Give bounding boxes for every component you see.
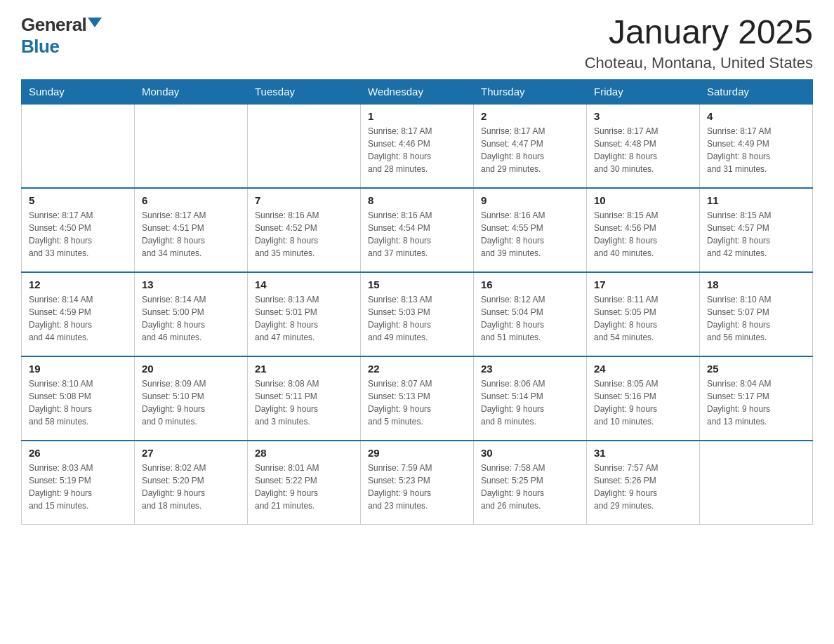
day-number: 19: [29, 363, 127, 375]
day-info: Sunrise: 8:17 AM Sunset: 4:46 PM Dayligh…: [368, 125, 466, 175]
day-number: 11: [707, 194, 805, 206]
weekday-header-friday: Friday: [587, 79, 700, 104]
calendar-week-row: 1Sunrise: 8:17 AM Sunset: 4:46 PM Daylig…: [22, 104, 813, 188]
day-number: 28: [255, 447, 353, 459]
day-number: 5: [29, 194, 127, 206]
day-number: 26: [29, 447, 127, 459]
day-info: Sunrise: 8:07 AM Sunset: 5:13 PM Dayligh…: [368, 377, 466, 428]
calendar-cell: [248, 104, 361, 188]
calendar-cell: 3Sunrise: 8:17 AM Sunset: 4:48 PM Daylig…: [587, 104, 700, 188]
calendar-table: SundayMondayTuesdayWednesdayThursdayFrid…: [21, 79, 813, 525]
day-number: 1: [368, 110, 466, 122]
day-number: 23: [481, 363, 579, 375]
title-section: January 2025 Choteau, Montana, United St…: [585, 14, 813, 72]
calendar-week-row: 26Sunrise: 8:03 AM Sunset: 5:19 PM Dayli…: [22, 441, 813, 525]
calendar-week-row: 5Sunrise: 8:17 AM Sunset: 4:50 PM Daylig…: [22, 188, 813, 272]
calendar-cell: 16Sunrise: 8:12 AM Sunset: 5:04 PM Dayli…: [474, 272, 587, 356]
day-info: Sunrise: 8:01 AM Sunset: 5:22 PM Dayligh…: [255, 462, 353, 512]
calendar-cell: 14Sunrise: 8:13 AM Sunset: 5:01 PM Dayli…: [248, 272, 361, 356]
day-info: Sunrise: 8:10 AM Sunset: 5:07 PM Dayligh…: [707, 293, 805, 344]
day-info: Sunrise: 8:14 AM Sunset: 4:59 PM Dayligh…: [29, 293, 127, 344]
calendar-cell: 6Sunrise: 8:17 AM Sunset: 4:51 PM Daylig…: [135, 188, 248, 272]
logo-general-text: General: [21, 14, 86, 36]
logo-blue-text: Blue: [21, 36, 59, 58]
day-number: 3: [594, 110, 692, 122]
day-info: Sunrise: 8:15 AM Sunset: 4:57 PM Dayligh…: [707, 209, 805, 260]
day-number: 12: [29, 279, 127, 290]
day-info: Sunrise: 8:11 AM Sunset: 5:05 PM Dayligh…: [594, 293, 692, 344]
calendar-cell: 13Sunrise: 8:14 AM Sunset: 5:00 PM Dayli…: [135, 272, 248, 356]
logo: General Blue: [21, 14, 102, 58]
calendar-week-row: 19Sunrise: 8:10 AM Sunset: 5:08 PM Dayli…: [22, 356, 813, 441]
weekday-header-saturday: Saturday: [700, 79, 813, 104]
day-info: Sunrise: 8:03 AM Sunset: 5:19 PM Dayligh…: [29, 462, 127, 512]
day-info: Sunrise: 8:10 AM Sunset: 5:08 PM Dayligh…: [29, 377, 127, 428]
day-number: 24: [594, 363, 692, 375]
day-number: 29: [368, 447, 466, 459]
day-info: Sunrise: 8:17 AM Sunset: 4:50 PM Dayligh…: [29, 209, 127, 260]
calendar-cell: 26Sunrise: 8:03 AM Sunset: 5:19 PM Dayli…: [22, 441, 135, 525]
day-number: 10: [594, 194, 692, 206]
calendar-cell: 30Sunrise: 7:58 AM Sunset: 5:25 PM Dayli…: [474, 441, 587, 525]
calendar-cell: 31Sunrise: 7:57 AM Sunset: 5:26 PM Dayli…: [587, 441, 700, 525]
day-info: Sunrise: 8:17 AM Sunset: 4:47 PM Dayligh…: [481, 125, 579, 175]
weekday-header-thursday: Thursday: [474, 79, 587, 104]
day-info: Sunrise: 8:16 AM Sunset: 4:52 PM Dayligh…: [255, 209, 353, 260]
day-info: Sunrise: 8:05 AM Sunset: 5:16 PM Dayligh…: [594, 377, 692, 428]
calendar-cell: 4Sunrise: 8:17 AM Sunset: 4:49 PM Daylig…: [700, 104, 813, 188]
day-number: 30: [481, 447, 579, 459]
day-number: 20: [142, 363, 240, 375]
day-info: Sunrise: 8:13 AM Sunset: 5:01 PM Dayligh…: [255, 293, 353, 344]
day-number: 6: [142, 194, 240, 206]
calendar-cell: 10Sunrise: 8:15 AM Sunset: 4:56 PM Dayli…: [587, 188, 700, 272]
calendar-cell: 24Sunrise: 8:05 AM Sunset: 5:16 PM Dayli…: [587, 356, 700, 441]
day-info: Sunrise: 8:13 AM Sunset: 5:03 PM Dayligh…: [368, 293, 466, 344]
logo-triangle-icon: [88, 18, 102, 27]
weekday-header-sunday: Sunday: [22, 79, 135, 104]
day-info: Sunrise: 8:04 AM Sunset: 5:17 PM Dayligh…: [707, 377, 805, 428]
calendar-cell: 12Sunrise: 8:14 AM Sunset: 4:59 PM Dayli…: [22, 272, 135, 356]
day-number: 14: [255, 279, 353, 290]
day-info: Sunrise: 8:16 AM Sunset: 4:54 PM Dayligh…: [368, 209, 466, 260]
calendar-cell: 20Sunrise: 8:09 AM Sunset: 5:10 PM Dayli…: [135, 356, 248, 441]
header: General Blue January 2025 Choteau, Monta…: [21, 14, 813, 72]
day-number: 2: [481, 110, 579, 122]
calendar-cell: 5Sunrise: 8:17 AM Sunset: 4:50 PM Daylig…: [22, 188, 135, 272]
calendar-cell: 15Sunrise: 8:13 AM Sunset: 5:03 PM Dayli…: [361, 272, 474, 356]
day-number: 21: [255, 363, 353, 375]
day-info: Sunrise: 8:17 AM Sunset: 4:48 PM Dayligh…: [594, 125, 692, 175]
calendar-cell: 11Sunrise: 8:15 AM Sunset: 4:57 PM Dayli…: [700, 188, 813, 272]
weekday-header-monday: Monday: [135, 79, 248, 104]
day-number: 16: [481, 279, 579, 290]
calendar-cell: 18Sunrise: 8:10 AM Sunset: 5:07 PM Dayli…: [700, 272, 813, 356]
calendar-cell: 17Sunrise: 8:11 AM Sunset: 5:05 PM Dayli…: [587, 272, 700, 356]
calendar-week-row: 12Sunrise: 8:14 AM Sunset: 4:59 PM Dayli…: [22, 272, 813, 356]
calendar-cell: 9Sunrise: 8:16 AM Sunset: 4:55 PM Daylig…: [474, 188, 587, 272]
day-info: Sunrise: 8:06 AM Sunset: 5:14 PM Dayligh…: [481, 377, 579, 428]
calendar-cell: 25Sunrise: 8:04 AM Sunset: 5:17 PM Dayli…: [700, 356, 813, 441]
calendar-cell: [135, 104, 248, 188]
day-info: Sunrise: 8:02 AM Sunset: 5:20 PM Dayligh…: [142, 462, 240, 512]
calendar-cell: [700, 441, 813, 525]
day-info: Sunrise: 7:58 AM Sunset: 5:25 PM Dayligh…: [481, 462, 579, 512]
calendar-cell: 21Sunrise: 8:08 AM Sunset: 5:11 PM Dayli…: [248, 356, 361, 441]
weekday-header-row: SundayMondayTuesdayWednesdayThursdayFrid…: [22, 79, 813, 104]
day-info: Sunrise: 8:17 AM Sunset: 4:51 PM Dayligh…: [142, 209, 240, 260]
day-number: 7: [255, 194, 353, 206]
calendar-subtitle: Choteau, Montana, United States: [585, 54, 813, 72]
day-info: Sunrise: 8:16 AM Sunset: 4:55 PM Dayligh…: [481, 209, 579, 260]
day-number: 22: [368, 363, 466, 375]
day-info: Sunrise: 8:08 AM Sunset: 5:11 PM Dayligh…: [255, 377, 353, 428]
day-number: 4: [707, 110, 805, 122]
calendar-cell: 27Sunrise: 8:02 AM Sunset: 5:20 PM Dayli…: [135, 441, 248, 525]
calendar-cell: 23Sunrise: 8:06 AM Sunset: 5:14 PM Dayli…: [474, 356, 587, 441]
calendar-cell: 8Sunrise: 8:16 AM Sunset: 4:54 PM Daylig…: [361, 188, 474, 272]
day-number: 13: [142, 279, 240, 290]
day-number: 8: [368, 194, 466, 206]
day-info: Sunrise: 7:59 AM Sunset: 5:23 PM Dayligh…: [368, 462, 466, 512]
calendar-cell: [22, 104, 135, 188]
day-number: 27: [142, 447, 240, 459]
day-number: 15: [368, 279, 466, 290]
calendar-cell: 22Sunrise: 8:07 AM Sunset: 5:13 PM Dayli…: [361, 356, 474, 441]
day-info: Sunrise: 8:09 AM Sunset: 5:10 PM Dayligh…: [142, 377, 240, 428]
